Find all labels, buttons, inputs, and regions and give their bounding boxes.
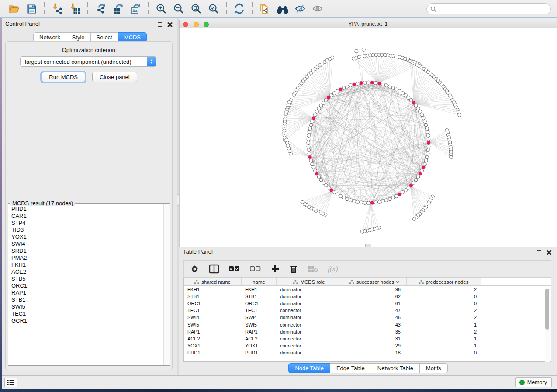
close-panel-button[interactable]: Close panel <box>92 72 137 82</box>
cell-name[interactable]: PHD1 <box>242 350 277 355</box>
cell-shared-name[interactable]: RAP1 <box>184 329 242 334</box>
cell-successor-nodes[interactable]: 96 <box>342 287 407 292</box>
show-hide-eye-icon[interactable] <box>310 2 325 15</box>
cell-name[interactable]: ORC1 <box>242 301 277 306</box>
cell-name[interactable]: TEC1 <box>242 308 277 313</box>
cell-shared-name[interactable]: ACE2 <box>184 336 242 341</box>
table-row[interactable]: SWI5SWI5connector431 <box>184 321 551 328</box>
tab-select[interactable]: Select <box>91 32 118 42</box>
cell-shared-name[interactable]: TEC1 <box>184 308 242 313</box>
zoom-fit-icon[interactable] <box>189 2 204 15</box>
cell-shared-name[interactable]: SWI5 <box>184 322 242 327</box>
search-input[interactable] <box>439 6 547 12</box>
cell-successor-nodes[interactable]: 46 <box>342 315 407 320</box>
column-header-MCDS-role[interactable]: MCDS role <box>277 278 342 285</box>
hide-style-icon[interactable] <box>293 2 308 15</box>
close-table-panel-icon[interactable] <box>547 250 552 255</box>
cell-name[interactable]: SWI5 <box>242 322 277 327</box>
cell-predecessor-nodes[interactable]: 1 <box>407 322 481 327</box>
cell-mcds-role[interactable]: connector <box>277 343 342 348</box>
refresh-network-icon[interactable] <box>232 2 247 15</box>
cell-successor-nodes[interactable]: 31 <box>342 336 407 341</box>
cell-name[interactable]: STB1 <box>242 294 277 299</box>
window-close-icon[interactable] <box>183 22 188 27</box>
cell-predecessor-nodes[interactable]: 2 <box>407 315 481 320</box>
table-row[interactable]: ACE2ACE2connector311 <box>184 335 551 342</box>
cell-shared-name[interactable]: YOX1 <box>184 343 242 348</box>
column-header-successor-nodes[interactable]: successor nodes <box>342 278 407 285</box>
table-row[interactable]: RAP1RAP1dominator352 <box>184 328 551 335</box>
cell-predecessor-nodes[interactable]: 1 <box>407 343 481 348</box>
float-panel-icon[interactable] <box>158 22 162 27</box>
cell-name[interactable]: ACE2 <box>242 336 277 341</box>
task-history-button[interactable] <box>4 378 17 387</box>
cell-mcds-role[interactable]: dominator <box>277 287 342 292</box>
mcds-result-item[interactable]: SRD1 <box>11 248 163 254</box>
mcds-result-item[interactable]: RAP1 <box>11 289 163 296</box>
tab-motifs[interactable]: Motifs <box>420 363 448 373</box>
table-row[interactable]: SWI4SWI4dominator462 <box>184 314 551 321</box>
cell-successor-nodes[interactable]: 61 <box>342 301 407 306</box>
mcds-result-item[interactable]: STP4 <box>11 220 163 227</box>
cell-shared-name[interactable]: PHD1 <box>184 350 242 355</box>
mcds-result-item[interactable]: ORC1 <box>11 282 163 289</box>
cell-successor-nodes[interactable]: 47 <box>342 308 407 313</box>
cell-successor-nodes[interactable]: 18 <box>342 350 407 355</box>
window-maximize-icon[interactable] <box>204 22 209 27</box>
mcds-result-list[interactable]: PHD1CAR1STP4TID3YOX1SWI4SRD1PMA2FKH1ACE2… <box>8 204 163 365</box>
run-mcds-button[interactable]: Run MCDS <box>42 72 85 82</box>
close-panel-icon[interactable] <box>167 22 173 27</box>
network-view-titlebar[interactable]: YPA_prune.txt_1 <box>179 20 557 28</box>
mcds-result-item[interactable]: GCR1 <box>11 317 163 324</box>
table-scrollbar-thumb[interactable] <box>545 289 549 330</box>
table-row[interactable]: ORC1ORC1dominator610 <box>184 300 551 307</box>
tab-mcds[interactable]: MCDS <box>118 32 147 42</box>
tab-style[interactable]: Style <box>66 32 91 42</box>
cell-mcds-role[interactable]: dominator <box>277 294 342 299</box>
export-table-icon[interactable] <box>111 2 125 15</box>
column-header-name[interactable]: name <box>242 278 277 285</box>
zoom-out-icon[interactable] <box>171 2 186 15</box>
mcds-result-item[interactable]: PMA2 <box>11 254 163 261</box>
mcds-result-item[interactable]: TEC1 <box>11 310 163 317</box>
cell-mcds-role[interactable]: dominator <box>277 329 342 334</box>
memory-button[interactable]: Memory <box>515 377 552 387</box>
cell-successor-nodes[interactable]: 35 <box>342 329 407 334</box>
cell-shared-name[interactable]: SWI4 <box>184 315 242 320</box>
tab-edge-table[interactable]: Edge Table <box>330 363 371 373</box>
cell-predecessor-nodes[interactable]: 1 <box>407 336 481 341</box>
mcds-result-item[interactable]: STB1 <box>11 296 163 303</box>
mcds-result-item[interactable]: SWI5 <box>11 303 163 310</box>
open-file-icon[interactable] <box>7 2 21 15</box>
column-mapping-icon[interactable] <box>209 264 219 274</box>
table-row[interactable]: PHD1PHD1dominator180 <box>184 349 551 356</box>
cell-mcds-role[interactable]: dominator <box>277 301 342 306</box>
deselect-all-icon[interactable] <box>250 266 261 272</box>
add-column-icon[interactable] <box>271 265 280 273</box>
float-table-panel-icon[interactable] <box>537 250 541 254</box>
column-header-predecessor-nodes[interactable]: predecessor nodes <box>407 278 481 285</box>
tab-network-table[interactable]: Network Table <box>371 363 420 373</box>
zoom-selected-icon[interactable] <box>206 2 221 15</box>
cell-successor-nodes[interactable]: 62 <box>342 294 407 299</box>
table-row[interactable]: TEC1TEC1connector472 <box>184 307 551 314</box>
zoom-in-icon[interactable] <box>154 2 169 15</box>
mcds-result-item[interactable]: TID3 <box>11 227 163 234</box>
cell-shared-name[interactable]: FKH1 <box>184 287 242 292</box>
column-header-shared-name[interactable]: shared name <box>184 278 242 285</box>
mcds-list-scrollbar[interactable] <box>163 204 170 365</box>
mcds-result-item[interactable]: CAR1 <box>11 213 163 220</box>
cell-shared-name[interactable]: ORC1 <box>184 301 242 306</box>
cell-mcds-role[interactable]: dominator <box>277 315 342 320</box>
import-table-icon[interactable] <box>67 2 82 15</box>
cell-predecessor-nodes[interactable]: 0 <box>407 350 481 355</box>
mcds-result-item[interactable]: ACE2 <box>11 268 163 275</box>
cell-successor-nodes[interactable]: 43 <box>342 322 407 327</box>
cell-predecessor-nodes[interactable]: 0 <box>407 301 481 306</box>
cell-mcds-role[interactable]: connector <box>277 322 342 327</box>
mcds-result-item[interactable]: PHD1 <box>11 206 163 213</box>
search-network-binoculars-icon[interactable] <box>275 2 290 15</box>
cell-name[interactable]: FKH1 <box>242 287 277 292</box>
network-canvas[interactable] <box>179 28 557 247</box>
cell-mcds-role[interactable]: connector <box>277 308 342 313</box>
